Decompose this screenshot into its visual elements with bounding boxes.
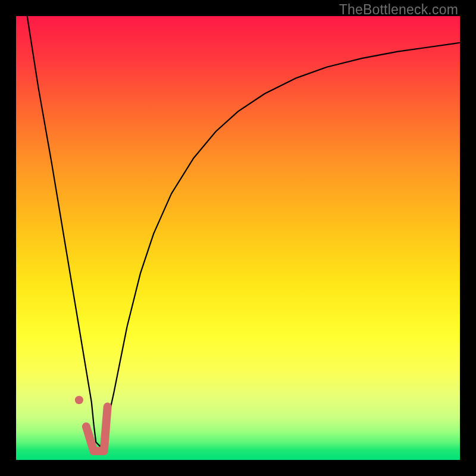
bottleneck-curve xyxy=(27,16,460,447)
marker-dot xyxy=(75,396,83,404)
watermark-text: TheBottleneck.com xyxy=(339,2,458,18)
curves-layer xyxy=(16,16,460,460)
chart-frame: TheBottleneck.com xyxy=(0,0,476,476)
plot-area xyxy=(16,16,460,460)
marker-stroke xyxy=(86,406,108,451)
